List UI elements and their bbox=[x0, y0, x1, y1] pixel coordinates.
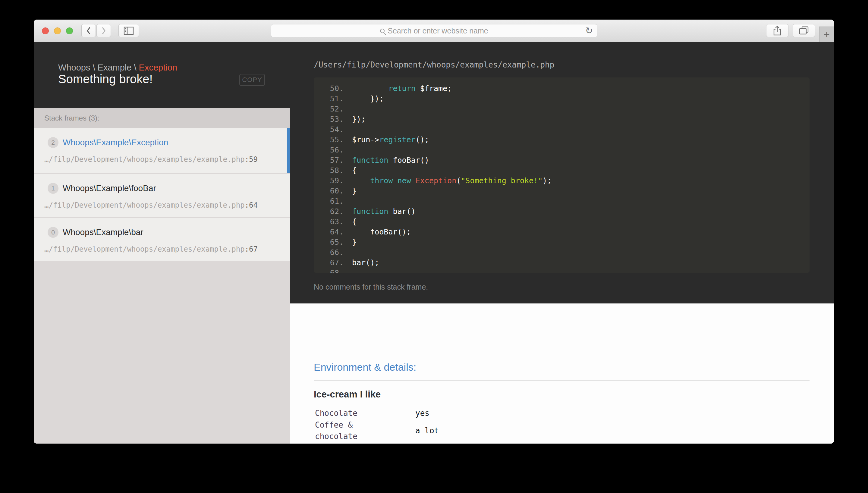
code-token: ); bbox=[542, 176, 551, 185]
breadcrumb: Whoops \ Example \ Exception bbox=[58, 63, 177, 72]
line-number: 63. bbox=[314, 217, 344, 227]
env-value: yes bbox=[415, 407, 439, 419]
frame-line-number: :59 bbox=[245, 155, 258, 164]
frame-line-number: :64 bbox=[245, 201, 258, 210]
sidebar-icon bbox=[124, 26, 134, 35]
code-token: function bbox=[352, 207, 388, 216]
file-path: /Users/filp/Development/whoops/examples/… bbox=[314, 60, 554, 69]
stack-frame-heading: 2Whoops\Example\Exception bbox=[48, 137, 290, 148]
stack-frames-header: Stack frames (3): bbox=[34, 108, 290, 128]
line-number: 65. bbox=[314, 237, 344, 248]
code-line: 63.{ bbox=[314, 217, 809, 227]
code-line: 65.} bbox=[314, 237, 809, 248]
close-window-button[interactable] bbox=[42, 27, 49, 34]
code-line: 60.} bbox=[314, 186, 809, 196]
env-table-title: Ice-cream I like bbox=[314, 389, 381, 400]
code-text: } bbox=[352, 238, 356, 246]
plus-icon: + bbox=[824, 29, 830, 40]
code-text: }); bbox=[352, 115, 366, 124]
code-text: $run->register(); bbox=[352, 135, 429, 144]
frame-file-path: …/filp/Development/whoops/examples/examp… bbox=[44, 245, 290, 253]
share-icon bbox=[773, 26, 782, 36]
new-tab-button[interactable]: + bbox=[819, 26, 834, 42]
code-token bbox=[352, 176, 370, 185]
line-number: 51. bbox=[314, 94, 344, 104]
code-line: 66. bbox=[314, 248, 809, 258]
line-number: 55. bbox=[314, 135, 344, 145]
line-number: 57. bbox=[314, 155, 344, 166]
code-text: bar(); bbox=[352, 258, 379, 267]
code-line: 54. bbox=[314, 125, 809, 135]
code-text: }); bbox=[352, 94, 384, 103]
line-number: 58. bbox=[314, 166, 344, 176]
frame-file-path: …/filp/Development/whoops/examples/examp… bbox=[44, 201, 290, 210]
code-line: 51. }); bbox=[314, 94, 809, 104]
code-text: { bbox=[352, 166, 356, 175]
frame-path-text: …/filp/Development/whoops/examples/examp… bbox=[44, 155, 245, 164]
env-key: Strawberry & bbox=[315, 443, 396, 444]
code-token: register bbox=[379, 135, 415, 144]
frame-name: Whoops\Example\bar bbox=[63, 228, 144, 237]
code-token bbox=[352, 84, 388, 93]
code-line: 58.{ bbox=[314, 166, 809, 176]
code-line: 67.bar(); bbox=[314, 258, 809, 268]
address-bar[interactable]: Search or enter website name ↻ bbox=[271, 24, 598, 37]
code-token: function bbox=[352, 156, 388, 165]
environment-section: Environment & details: Ice-cream I like … bbox=[290, 303, 834, 444]
code-token bbox=[393, 176, 397, 185]
tabs-overview-button[interactable] bbox=[793, 24, 815, 37]
code-line: 52. bbox=[314, 104, 809, 114]
code-token: fooBar(); bbox=[352, 228, 411, 236]
code-line: 56. bbox=[314, 145, 809, 155]
env-table-row: Chocolateyes bbox=[315, 407, 439, 419]
code-text: return $frame; bbox=[352, 84, 452, 93]
sidebar-toggle-button[interactable] bbox=[118, 24, 139, 37]
reload-icon[interactable]: ↻ bbox=[585, 26, 593, 36]
line-number: 50. bbox=[314, 84, 344, 94]
code-token: throw bbox=[370, 176, 393, 185]
env-table-row: Strawberry & bbox=[315, 442, 439, 444]
divider bbox=[314, 380, 809, 381]
back-button[interactable] bbox=[81, 24, 96, 37]
code-block: 50. return $frame;51. });52.53.});54.55.… bbox=[314, 78, 809, 273]
stack-panel-filler bbox=[34, 262, 290, 444]
stack-frame-heading: 0Whoops\Example\bar bbox=[48, 227, 290, 238]
env-key: Chocolate bbox=[315, 407, 396, 419]
frame-index-badge: 0 bbox=[48, 227, 59, 238]
details-panel: /Users/filp/Development/whoops/examples/… bbox=[290, 42, 834, 444]
forward-button[interactable] bbox=[96, 24, 111, 37]
code-token: Exception bbox=[416, 176, 456, 185]
stack-frame-item[interactable]: 2Whoops\Example\Exception…/filp/Developm… bbox=[34, 128, 290, 173]
chevron-right-icon bbox=[101, 26, 106, 35]
line-number: 62. bbox=[314, 207, 344, 217]
code-token: bar() bbox=[388, 207, 415, 216]
page-content: Whoops \ Example \ Exception Something b… bbox=[34, 42, 834, 444]
frame-index-badge: 2 bbox=[48, 137, 59, 148]
minimize-window-button[interactable] bbox=[54, 27, 61, 34]
code-token: } bbox=[352, 187, 356, 195]
code-token: }); bbox=[352, 115, 366, 124]
frame-name: Whoops\Example\fooBar bbox=[63, 184, 156, 193]
line-number: 53. bbox=[314, 114, 344, 125]
code-token: ( bbox=[456, 176, 461, 185]
code-token: (); bbox=[416, 135, 429, 144]
line-number: 56. bbox=[314, 145, 344, 155]
code-line: 62.function bar() bbox=[314, 207, 809, 217]
breadcrumb-prefix: Whoops \ Example \ bbox=[58, 63, 139, 72]
line-number: 64. bbox=[314, 227, 344, 237]
code-token: } bbox=[352, 238, 356, 246]
code-token: fooBar() bbox=[388, 156, 429, 165]
code-line: 55.$run->register(); bbox=[314, 135, 809, 145]
stack-frame-item[interactable]: 1Whoops\Example\fooBar…/filp/Development… bbox=[34, 174, 290, 217]
line-number: 52. bbox=[314, 104, 344, 114]
env-key: Coffee & chocolate bbox=[315, 419, 396, 442]
line-number: 66. bbox=[314, 248, 344, 258]
share-button[interactable] bbox=[766, 24, 788, 37]
frame-index-badge: 1 bbox=[48, 183, 59, 194]
code-line: 50. return $frame; bbox=[314, 84, 809, 94]
zoom-window-button[interactable] bbox=[66, 27, 73, 34]
env-table-row: Coffee & chocolatea lot bbox=[315, 419, 439, 442]
code-token: return bbox=[388, 84, 415, 93]
copy-button[interactable]: COPY bbox=[239, 74, 265, 86]
stack-frame-item[interactable]: 0Whoops\Example\bar…/filp/Development/wh… bbox=[34, 218, 290, 261]
